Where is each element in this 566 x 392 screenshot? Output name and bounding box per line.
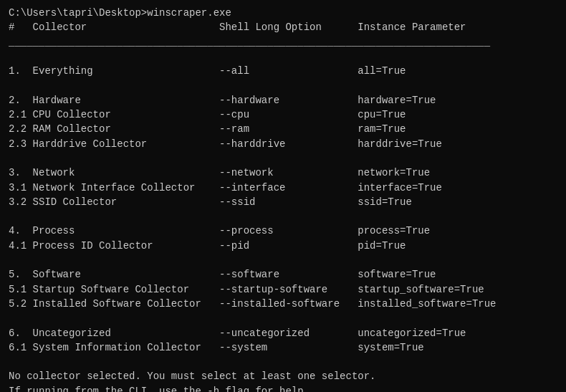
terminal-line-cmd-path: C:\Users\tapri\Desktop>winscraper.exe — [9, 6, 557, 20]
terminal-line-r4: 4. Process --process process=True — [9, 224, 557, 238]
terminal-line-blank4 — [9, 209, 557, 224]
terminal-line-blank6 — [9, 311, 557, 325]
terminal-window: C:\Users\tapri\Desktop>winscraper.exe# C… — [9, 6, 557, 392]
terminal-line-r6: 6. Uncategorized --uncategorized uncateg… — [9, 326, 557, 340]
terminal-line-r32: 3.2 SSID Collector --ssid ssid=True — [9, 195, 557, 209]
terminal-line-r52: 5.2 Installed Software Collector --insta… — [9, 297, 557, 311]
terminal-line-r23: 2.3 Harddrive Collector --harddrive hard… — [9, 137, 557, 151]
terminal-line-r41: 4.1 Process ID Collector --pid pid=True — [9, 239, 557, 253]
terminal-line-blank3 — [9, 151, 557, 166]
terminal-line-r21: 2.1 CPU Collector --cpu cpu=True — [9, 107, 557, 122]
terminal-line-r2: 2. Hardware --hardware hardware=True — [9, 93, 557, 107]
terminal-line-r51: 5.1 Startup Software Collector --startup… — [9, 282, 557, 297]
terminal-line-header: # Collector Shell Long Option Instance P… — [9, 20, 557, 34]
terminal-line-msg2: If running from the CLI, use the -h flag… — [9, 384, 557, 392]
terminal-line-r1: 1. Everything --all all=True — [9, 64, 557, 78]
terminal-line-r5: 5. Software --software software=True — [9, 267, 557, 282]
terminal-line-blank5 — [9, 253, 557, 267]
terminal-line-r61: 6.1 System Information Collector --syste… — [9, 340, 557, 355]
terminal-line-msg1: No collector selected. You must select a… — [9, 369, 557, 383]
terminal-line-divider: ________________________________________… — [9, 35, 557, 49]
terminal-line-r22: 2.2 RAM Collector --ram ram=True — [9, 122, 557, 136]
terminal-line-blank1 — [9, 49, 557, 64]
terminal-line-blank2 — [9, 78, 557, 92]
terminal-line-r3: 3. Network --network network=True — [9, 166, 557, 180]
terminal-line-r31: 3.1 Network Interface Collector --interf… — [9, 181, 557, 195]
terminal-line-blank7 — [9, 355, 557, 369]
